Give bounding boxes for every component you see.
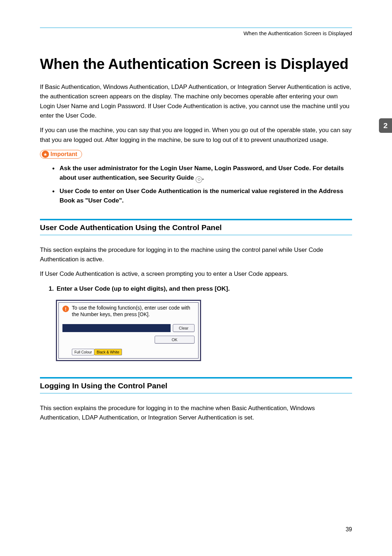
control-panel-screenshot: ! To use the following function(s), ente… (56, 300, 201, 361)
section-1-steps: Enter a User Code (up to eight digits), … (40, 284, 352, 294)
full-colour-chip[interactable]: Full Colour (72, 349, 94, 355)
section-heading-2: Logging In Using the Control Panel (40, 381, 352, 393)
cd-icon (196, 176, 202, 183)
panel-input-row: Clear (62, 324, 195, 332)
section-1-paragraph-1: This section explains the procedure for … (40, 245, 352, 265)
section-1-paragraph-2: If User Code Authentication is active, a… (40, 269, 352, 279)
star-icon: ★ (42, 151, 49, 158)
important-item-1: Ask the user administrator for the Login… (51, 164, 352, 183)
page-number: 39 (346, 526, 352, 533)
control-panel-inner: ! To use the following function(s), ente… (58, 302, 199, 359)
intro-paragraph-2: If you can use the machine, you can say … (40, 126, 352, 145)
panel-message: To use the following function(s), enter … (72, 305, 195, 318)
panel-mode-row: Full Colour Black & White (62, 349, 195, 355)
section-heading-1: User Code Authentication Using the Contr… (40, 223, 352, 235)
running-header: When the Authentication Screen is Displa… (40, 30, 352, 36)
important-item-2: User Code to enter on User Code Authenti… (51, 187, 352, 206)
section-rule-1 (40, 219, 352, 220)
clear-button[interactable]: Clear (173, 324, 195, 332)
exclamation-icon: ! (62, 306, 69, 312)
page: When the Authentication Screen is Displa… (0, 0, 392, 556)
step-1: Enter a User Code (up to eight digits), … (49, 284, 352, 294)
important-list: Ask the user administrator for the Login… (40, 164, 352, 206)
section-rule-2 (40, 377, 352, 379)
panel-ok-row: OK (62, 336, 195, 344)
header-rule (40, 28, 352, 28)
panel-message-row: ! To use the following function(s), ente… (62, 305, 195, 318)
important-item-1-text-b: . (202, 174, 204, 181)
important-label: Important (50, 151, 77, 158)
page-title: When the Authentication Screen is Displa… (40, 56, 352, 72)
ok-button[interactable]: OK (155, 336, 195, 344)
intro-paragraph-1: If Basic Authentication, Windows Authent… (40, 82, 352, 120)
black-white-chip[interactable]: Black & White (94, 349, 122, 355)
user-code-input[interactable] (62, 324, 171, 332)
chapter-tab: 2 (379, 118, 392, 133)
section-2-paragraph-1: This section explains the procedure for … (40, 404, 352, 423)
important-badge: ★ Important (40, 150, 82, 159)
